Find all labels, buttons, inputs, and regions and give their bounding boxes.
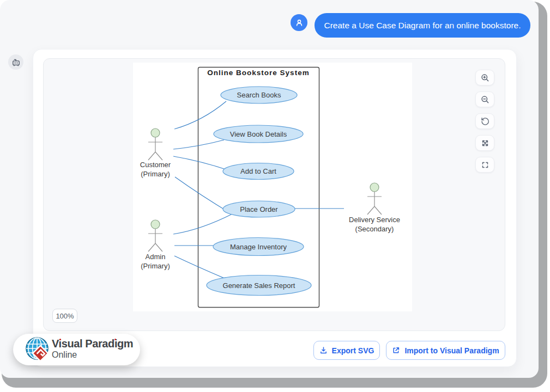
user-message-bubble: Create a Use Case Diagram for an online …: [315, 13, 530, 38]
svg-text:Add to Cart: Add to Cart: [240, 167, 276, 175]
expand-button[interactable]: [475, 135, 494, 151]
magnifier-plus-icon: [480, 73, 490, 83]
fullscreen-corners-icon: [480, 160, 490, 170]
zoom-out-button[interactable]: [475, 91, 494, 107]
vp-globe-icon: [25, 336, 50, 363]
user-avatar: [291, 14, 307, 31]
bot-avatar: [8, 54, 23, 70]
zoom-level-text: 100%: [56, 312, 74, 320]
svg-text:View Book Details: View Book Details: [230, 130, 287, 138]
usecase-add-to-cart: Add to Cart: [223, 163, 294, 180]
usecase-manage-inventory: Manage Inventory: [213, 238, 304, 256]
logo-title: Visual Paradigm: [52, 338, 133, 349]
visual-paradigm-logo[interactable]: Visual Paradigm Online: [13, 334, 140, 365]
actor-delivery-service: Delivery Service (Secondary): [349, 183, 400, 233]
svg-text:Search Books: Search Books: [237, 91, 281, 99]
robot-icon: [11, 58, 21, 67]
actor-customer: Customer (Primary): [140, 128, 171, 178]
svg-text:(Primary): (Primary): [141, 262, 170, 270]
svg-text:Admin: Admin: [146, 253, 166, 261]
system-title: Online Bookstore System: [207, 69, 309, 77]
reset-view-button[interactable]: [475, 113, 494, 129]
actor-admin: Admin (Primary): [141, 220, 170, 270]
logo-text: Visual Paradigm Online: [52, 338, 133, 359]
logo-subtitle: Online: [52, 351, 133, 359]
screen: Create a Use Case Diagram for an online …: [0, 0, 550, 392]
expand-arrows-icon: [480, 138, 490, 148]
app-window: Create a Use Case Diagram for an online …: [0, 0, 539, 378]
usecase-view-book-details: View Book Details: [214, 125, 303, 143]
svg-text:Manage Inventory: Manage Inventory: [230, 243, 287, 251]
user-message-text: Create a Use Case Diagram for an online …: [324, 21, 521, 30]
svg-text:Delivery Service: Delivery Service: [349, 216, 400, 224]
rotate-ccw-icon: [480, 117, 490, 126]
zoom-level-badge: 100%: [52, 309, 77, 323]
import-to-visual-paradigm-button[interactable]: Import to Visual Paradigm: [386, 341, 505, 360]
diagram-background: Search Books View Book Details Add to Ca…: [133, 63, 412, 311]
canvas-viewport[interactable]: Search Books View Book Details Add to Ca…: [43, 58, 505, 331]
svg-text:(Primary): (Primary): [141, 170, 170, 178]
zoom-in-button[interactable]: [475, 70, 494, 85]
fullscreen-button[interactable]: [475, 157, 494, 173]
canvas-card: Search Books View Book Details Add to Ca…: [33, 49, 517, 367]
export-svg-label: Export SVG: [332, 346, 374, 355]
import-label: Import to Visual Paradigm: [404, 346, 499, 355]
svg-text:Generate Sales Report: Generate Sales Report: [223, 281, 295, 290]
external-link-icon: [392, 346, 400, 354]
svg-text:Place Order: Place Order: [240, 205, 278, 213]
download-icon: [319, 346, 328, 354]
usecase-generate-sales-report: Generate Sales Report: [207, 275, 311, 296]
user-icon: [295, 19, 304, 27]
use-case-diagram: Search Books View Book Details Add to Ca…: [133, 63, 412, 311]
usecase-place-order: Place Order: [223, 201, 295, 217]
svg-text:Customer: Customer: [140, 161, 171, 169]
magnifier-minus-icon: [480, 95, 490, 105]
export-svg-button[interactable]: Export SVG: [313, 341, 380, 360]
svg-text:(Secondary): (Secondary): [355, 225, 394, 233]
usecase-search-books: Search Books: [221, 87, 297, 103]
